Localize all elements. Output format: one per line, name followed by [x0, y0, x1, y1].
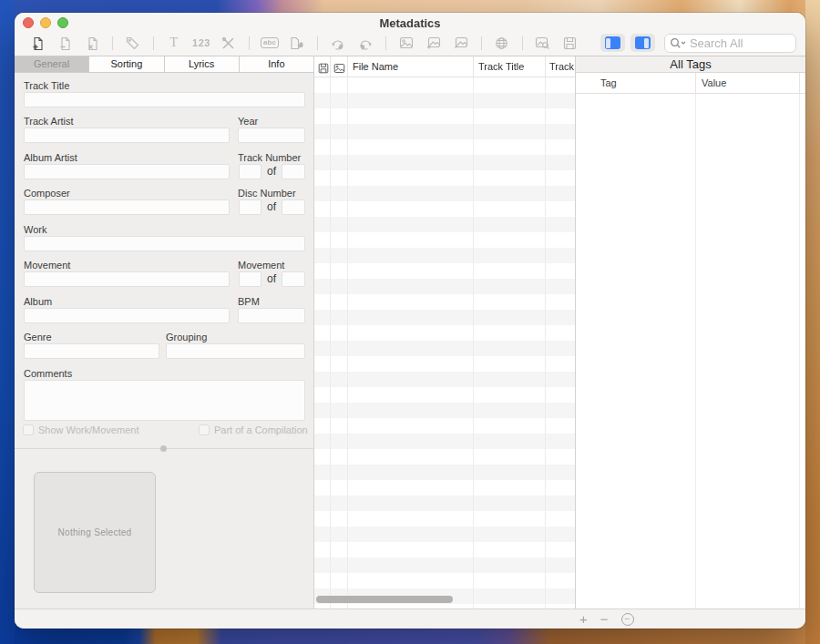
- artwork-column-icon[interactable]: [333, 61, 345, 77]
- artwork-search-button[interactable]: [529, 32, 557, 54]
- view-artwork-button[interactable]: [393, 32, 420, 54]
- work-label: Work: [24, 224, 46, 235]
- all-tags-body[interactable]: [576, 94, 805, 608]
- composer-input[interactable]: [24, 199, 230, 215]
- column-divider: [347, 56, 348, 77]
- tab-lyrics[interactable]: Lyrics: [165, 56, 240, 72]
- column-divider: [545, 56, 546, 77]
- toolbar: T 123 abc: [15, 30, 805, 56]
- column-header-tag[interactable]: Tag: [600, 77, 617, 88]
- web-buttons-group: [488, 32, 516, 54]
- genre-input[interactable]: [24, 343, 159, 359]
- column-divider: [545, 77, 546, 608]
- globe-icon: [495, 36, 508, 50]
- delete-file-button[interactable]: [78, 32, 106, 54]
- window-title: Metadatics: [15, 16, 805, 30]
- disc-number-input[interactable]: [239, 199, 261, 215]
- add-tag-button[interactable]: +: [579, 612, 588, 626]
- text-case-button[interactable]: T: [160, 32, 188, 54]
- revert-tags-button[interactable]: [324, 32, 352, 54]
- document-remove-icon: [58, 36, 72, 50]
- movement-total-input[interactable]: [282, 271, 305, 287]
- track-title-input[interactable]: [24, 92, 305, 107]
- artwork-placeholder-text: Nothing Selected: [58, 527, 132, 537]
- tools-button[interactable]: [215, 32, 242, 54]
- toggle-left-panel-button[interactable]: [600, 34, 625, 52]
- tab-info[interactable]: Info: [240, 56, 313, 72]
- file-buttons-group: [24, 32, 106, 54]
- track-number-label: Track Number: [238, 152, 301, 163]
- movement-number-input[interactable]: [239, 271, 261, 287]
- movement-input[interactable]: [24, 271, 230, 287]
- checkbox-label: Part of a Compilation: [214, 424, 308, 435]
- image-search-icon: [535, 36, 550, 50]
- track-number-input[interactable]: [239, 164, 261, 179]
- toggle-right-panel-button[interactable]: [630, 34, 655, 52]
- tab-sorting[interactable]: Sorting: [89, 56, 164, 72]
- numbers-icon: 123: [192, 37, 210, 48]
- export-artwork-button[interactable]: [447, 32, 475, 54]
- remove-tag-button[interactable]: −: [600, 612, 609, 626]
- tag-action-buttons: + − −: [579, 609, 634, 629]
- editor-tabs: General Sorting Lyrics Info: [15, 56, 313, 73]
- comments-input[interactable]: [24, 380, 305, 421]
- disc-total-input[interactable]: [282, 199, 305, 215]
- column-header-value[interactable]: Value: [702, 77, 726, 88]
- sidebar-right-icon: [635, 36, 651, 49]
- all-tags-header: Tag Value: [576, 73, 805, 94]
- app-window: Metadatics: [15, 13, 805, 629]
- document-x-icon: [86, 36, 99, 50]
- number-tracks-button[interactable]: 123: [188, 32, 215, 54]
- column-header-file-name[interactable]: File Name: [353, 61, 398, 72]
- album-input[interactable]: [24, 308, 230, 323]
- show-work-movement-checkbox[interactable]: Show Work/Movement: [23, 424, 138, 435]
- search-input[interactable]: [690, 36, 791, 50]
- rename-from-tags-button[interactable]: abc: [256, 32, 283, 54]
- artwork-buttons-group: [393, 32, 475, 54]
- save-status-column-icon[interactable]: [318, 61, 329, 77]
- splitter-handle[interactable]: [160, 445, 167, 452]
- redo-tag-icon: [358, 36, 373, 50]
- file-list-panel: File Name Track Title Track .: [314, 56, 576, 608]
- wallpaper-left: [0, 0, 15, 644]
- search-field[interactable]: [664, 34, 796, 53]
- file-list-body[interactable]: [314, 77, 575, 608]
- document-add-icon: [31, 36, 45, 50]
- titlebar[interactable]: Metadatics: [15, 13, 805, 30]
- bpm-input[interactable]: [238, 308, 305, 323]
- movement-number-label: Movement: [238, 260, 284, 271]
- document-tag-icon: [289, 36, 304, 50]
- filename-buttons-group: abc: [256, 32, 311, 54]
- movement-of-label: of: [262, 272, 281, 285]
- toolbar-separator: [481, 36, 482, 50]
- web-lookup-button[interactable]: [488, 32, 516, 54]
- year-input[interactable]: [238, 128, 305, 143]
- save-button[interactable]: [557, 32, 584, 54]
- track-total-input[interactable]: [282, 164, 305, 179]
- remove-file-button[interactable]: [51, 32, 78, 54]
- artwork-well[interactable]: Nothing Selected: [34, 472, 156, 593]
- add-files-button[interactable]: [24, 32, 51, 54]
- genre-label: Genre: [24, 332, 52, 342]
- tab-general[interactable]: General: [15, 56, 89, 72]
- tag-button[interactable]: [119, 32, 147, 54]
- redo-tag-button[interactable]: [352, 32, 379, 54]
- disc-number-of-label: of: [262, 200, 281, 213]
- column-header-track-title[interactable]: Track Title: [478, 61, 524, 72]
- tag-from-filename-button[interactable]: [283, 32, 311, 54]
- checkbox-label: Show Work/Movement: [38, 424, 138, 435]
- column-divider: [473, 77, 474, 608]
- artwork-area: Nothing Selected: [15, 448, 313, 608]
- remove-all-tags-button[interactable]: −: [621, 613, 634, 626]
- add-artwork-button[interactable]: [420, 32, 447, 54]
- part-of-compilation-checkbox[interactable]: Part of a Compilation: [199, 424, 308, 435]
- album-artist-input[interactable]: [24, 164, 230, 179]
- track-artist-input[interactable]: [24, 128, 230, 143]
- horizontal-scrollbar[interactable]: [316, 596, 453, 603]
- tag-icon: [126, 36, 139, 50]
- grouping-label: Grouping: [166, 332, 207, 342]
- save-icon: [563, 36, 577, 50]
- work-input[interactable]: [24, 236, 305, 251]
- undo-tag-icon: [331, 36, 345, 50]
- grouping-input[interactable]: [166, 343, 305, 359]
